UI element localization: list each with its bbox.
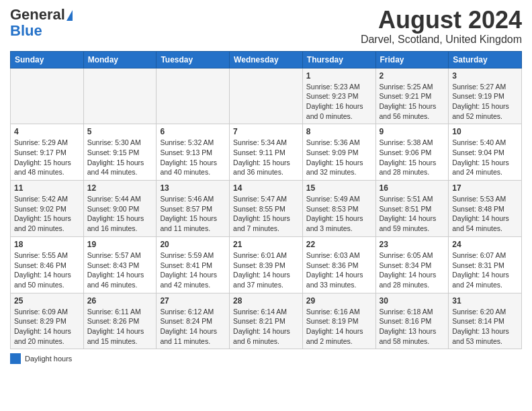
calendar-body: 1Sunrise: 5:23 AM Sunset: 9:23 PM Daylig… [11,68,522,349]
day-number: 7 [233,127,299,136]
day-number: 12 [87,183,153,193]
day-number: 26 [87,296,153,306]
calendar-cell: 1Sunrise: 5:23 AM Sunset: 9:23 PM Daylig… [302,68,375,124]
day-number: 1 [306,71,372,81]
day-number: 8 [306,127,372,136]
calendar-cell: 29Sunrise: 6:16 AM Sunset: 8:19 PM Dayli… [302,293,375,349]
day-info: Sunrise: 5:34 AM Sunset: 9:11 PM Dayligh… [233,138,299,177]
calendar-cell: 19Sunrise: 5:57 AM Sunset: 8:43 PM Dayli… [83,236,157,293]
calendar-header: SundayMondayTuesdayWednesdayThursdayFrid… [11,51,522,68]
calendar-cell: 28Sunrise: 6:14 AM Sunset: 8:21 PM Dayli… [230,293,303,349]
calendar-cell: 23Sunrise: 6:05 AM Sunset: 8:34 PM Dayli… [375,236,449,293]
calendar-cell: 13Sunrise: 5:46 AM Sunset: 8:57 PM Dayli… [157,181,230,237]
calendar-cell: 14Sunrise: 5:47 AM Sunset: 8:55 PM Dayli… [230,181,303,237]
day-number: 11 [14,183,80,193]
day-info: Sunrise: 5:53 AM Sunset: 8:48 PM Dayligh… [452,194,518,234]
calendar-cell: 27Sunrise: 6:12 AM Sunset: 8:24 PM Dayli… [157,293,230,349]
legend-label: Daylight hours [25,355,72,363]
day-number: 23 [380,240,445,249]
calendar-cell: 3Sunrise: 5:27 AM Sunset: 9:19 PM Daylig… [449,68,522,124]
day-info: Sunrise: 5:32 AM Sunset: 9:13 PM Dayligh… [160,138,226,177]
legend-color-box [10,353,21,364]
day-info: Sunrise: 5:36 AM Sunset: 9:09 PM Dayligh… [306,138,372,177]
calendar-cell: 15Sunrise: 5:49 AM Sunset: 8:53 PM Dayli… [302,181,375,237]
day-number: 21 [233,240,299,249]
day-number: 20 [160,240,226,249]
day-info: Sunrise: 6:07 AM Sunset: 8:31 PM Dayligh… [452,250,518,290]
day-number: 17 [452,183,518,193]
page-header: General Blue August 2024 Darvel, Scotlan… [10,7,522,46]
calendar-cell: 9Sunrise: 5:38 AM Sunset: 9:06 PM Daylig… [375,124,449,181]
day-info: Sunrise: 5:49 AM Sunset: 8:53 PM Dayligh… [306,194,372,234]
calendar-cell [230,68,303,124]
calendar-cell [11,68,84,124]
calendar-cell: 18Sunrise: 5:55 AM Sunset: 8:46 PM Dayli… [11,236,84,293]
day-number: 9 [380,127,445,136]
calendar-table: SundayMondayTuesdayWednesdayThursdayFrid… [10,51,522,350]
calendar-cell: 26Sunrise: 6:11 AM Sunset: 8:26 PM Dayli… [83,293,157,349]
day-info: Sunrise: 6:01 AM Sunset: 8:39 PM Dayligh… [233,250,299,290]
day-number: 16 [380,183,445,193]
calendar-cell: 20Sunrise: 5:59 AM Sunset: 8:41 PM Dayli… [157,236,230,293]
calendar-cell: 24Sunrise: 6:07 AM Sunset: 8:31 PM Dayli… [449,236,522,293]
day-number: 2 [380,71,445,81]
day-number: 13 [160,183,226,193]
day-info: Sunrise: 5:25 AM Sunset: 9:21 PM Dayligh… [380,82,445,122]
day-info: Sunrise: 5:59 AM Sunset: 8:41 PM Dayligh… [160,250,226,290]
day-number: 18 [14,240,80,249]
day-info: Sunrise: 5:23 AM Sunset: 9:23 PM Dayligh… [306,82,372,122]
day-number: 14 [233,183,299,193]
day-number: 28 [233,296,299,306]
calendar-cell: 8Sunrise: 5:36 AM Sunset: 9:09 PM Daylig… [302,124,375,181]
day-info: Sunrise: 5:40 AM Sunset: 9:04 PM Dayligh… [452,138,518,177]
day-info: Sunrise: 5:27 AM Sunset: 9:19 PM Dayligh… [452,82,518,122]
calendar-cell: 31Sunrise: 6:20 AM Sunset: 8:14 PM Dayli… [449,293,522,349]
day-number: 19 [87,240,153,249]
day-info: Sunrise: 6:18 AM Sunset: 8:16 PM Dayligh… [380,307,445,347]
day-number: 5 [87,127,153,136]
calendar-cell: 12Sunrise: 5:44 AM Sunset: 9:00 PM Dayli… [83,181,157,237]
header-row: SundayMondayTuesdayWednesdayThursdayFrid… [11,51,522,68]
day-info: Sunrise: 5:46 AM Sunset: 8:57 PM Dayligh… [160,194,226,234]
logo-blue-text: Blue [10,23,42,39]
header-day-saturday: Saturday [449,51,522,68]
day-number: 22 [306,240,372,249]
page-title: August 2024 [361,7,522,34]
day-info: Sunrise: 6:03 AM Sunset: 8:36 PM Dayligh… [306,250,372,290]
day-info: Sunrise: 5:30 AM Sunset: 9:15 PM Dayligh… [87,138,153,177]
day-info: Sunrise: 6:14 AM Sunset: 8:21 PM Dayligh… [233,307,299,347]
day-number: 29 [306,296,372,306]
logo: General Blue [10,7,73,39]
header-day-wednesday: Wednesday [230,51,303,68]
day-number: 31 [452,296,518,306]
day-info: Sunrise: 5:47 AM Sunset: 8:55 PM Dayligh… [233,194,299,234]
calendar-week-3: 11Sunrise: 5:42 AM Sunset: 9:02 PM Dayli… [11,181,522,237]
calendar-cell: 6Sunrise: 5:32 AM Sunset: 9:13 PM Daylig… [157,124,230,181]
calendar-cell [157,68,230,124]
calendar-cell: 30Sunrise: 6:18 AM Sunset: 8:16 PM Dayli… [375,293,449,349]
day-info: Sunrise: 5:44 AM Sunset: 9:00 PM Dayligh… [87,194,153,234]
day-info: Sunrise: 6:09 AM Sunset: 8:29 PM Dayligh… [14,307,80,347]
day-info: Sunrise: 6:11 AM Sunset: 8:26 PM Dayligh… [87,307,153,347]
day-number: 30 [380,296,445,306]
header-day-thursday: Thursday [302,51,375,68]
day-number: 6 [160,127,226,136]
calendar-cell: 7Sunrise: 5:34 AM Sunset: 9:11 PM Daylig… [230,124,303,181]
header-day-sunday: Sunday [11,51,84,68]
calendar-cell: 25Sunrise: 6:09 AM Sunset: 8:29 PM Dayli… [11,293,84,349]
header-day-tuesday: Tuesday [157,51,230,68]
calendar-week-2: 4Sunrise: 5:29 AM Sunset: 9:17 PM Daylig… [11,124,522,181]
calendar-cell: 16Sunrise: 5:51 AM Sunset: 8:51 PM Dayli… [375,181,449,237]
calendar-cell: 22Sunrise: 6:03 AM Sunset: 8:36 PM Dayli… [302,236,375,293]
day-info: Sunrise: 6:20 AM Sunset: 8:14 PM Dayligh… [452,307,518,347]
day-info: Sunrise: 5:42 AM Sunset: 9:02 PM Dayligh… [14,194,80,234]
day-info: Sunrise: 5:57 AM Sunset: 8:43 PM Dayligh… [87,250,153,290]
day-number: 24 [452,240,518,249]
calendar-cell: 17Sunrise: 5:53 AM Sunset: 8:48 PM Dayli… [449,181,522,237]
day-number: 10 [452,127,518,136]
day-info: Sunrise: 5:38 AM Sunset: 9:06 PM Dayligh… [380,138,445,177]
day-number: 15 [306,183,372,193]
header-day-monday: Monday [83,51,157,68]
legend: Daylight hours [10,353,522,364]
page-subtitle: Darvel, Scotland, United Kingdom [361,34,522,46]
